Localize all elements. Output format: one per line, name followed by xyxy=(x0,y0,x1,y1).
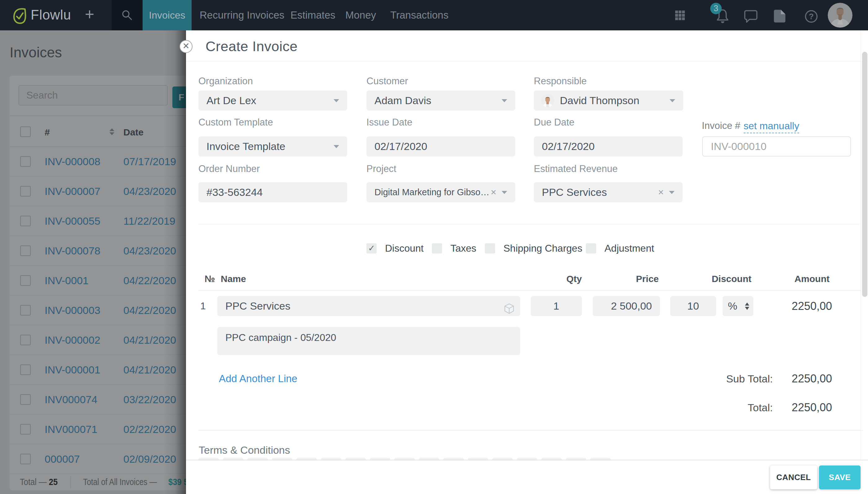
divider xyxy=(199,224,859,224)
save-button[interactable]: SAVE xyxy=(819,466,861,489)
row-checkbox[interactable] xyxy=(20,186,31,196)
discount-checkbox-label[interactable]: Discount xyxy=(385,243,424,253)
invoice-number-link[interactable]: INV-000003 xyxy=(45,295,100,325)
responsible-label: Responsible xyxy=(534,76,587,87)
taxes-checkbox-label[interactable]: Taxes xyxy=(450,243,476,253)
invoice-number-link[interactable]: INV-0001 xyxy=(45,266,89,295)
total-count-value: 25 xyxy=(49,477,58,487)
row-checkbox[interactable] xyxy=(20,156,31,167)
customer-select[interactable]: Adam Davis xyxy=(366,91,515,111)
invoice-number-link[interactable]: 000007 xyxy=(45,444,80,474)
row-checkbox[interactable] xyxy=(20,335,31,345)
close-icon[interactable]: ✕ xyxy=(180,40,192,53)
item-discount-input[interactable]: 10 xyxy=(670,296,716,316)
row-checkbox[interactable] xyxy=(20,394,31,405)
modal-title: Create Invoice xyxy=(206,38,298,55)
item-description-input[interactable]: PPC campaign - 05/2020 xyxy=(217,327,520,355)
row-checkbox[interactable] xyxy=(20,364,31,375)
nav-tab-invoices[interactable]: Invoices xyxy=(143,0,192,31)
apps-grid-icon[interactable] xyxy=(675,11,685,20)
shipping-charges-checkbox-label[interactable]: Shipping Charges xyxy=(504,243,582,253)
row-checkbox[interactable] xyxy=(20,275,31,286)
discount-unit-select[interactable]: % xyxy=(723,296,753,316)
organization-select[interactable]: Art De Lex xyxy=(199,91,347,111)
row-checkbox[interactable] xyxy=(20,424,31,435)
divider xyxy=(186,61,868,61)
sort-icon[interactable] xyxy=(109,128,114,135)
nav-tab-transactions[interactable]: Transactions xyxy=(390,0,449,31)
column-header-number[interactable]: # xyxy=(45,127,50,138)
nav-tab-recurring-invoices[interactable]: Recurring Invoices xyxy=(200,0,284,31)
user-avatar[interactable] xyxy=(828,3,852,27)
search-input[interactable]: Search xyxy=(19,85,168,106)
custom-template-select[interactable]: Invoice Template xyxy=(199,136,347,156)
estimated-revenue-select[interactable]: PPC Services ✕ xyxy=(534,182,683,202)
row-checkbox[interactable] xyxy=(20,305,31,316)
issue-date-label: Issue Date xyxy=(366,117,412,128)
row-checkbox[interactable] xyxy=(20,245,31,256)
invoice-number-link[interactable]: INV000074 xyxy=(45,385,97,414)
invoice-number-link[interactable]: INV-000001 xyxy=(45,355,100,385)
nav-tab-estimates[interactable]: Estimates xyxy=(290,0,335,31)
help-icon[interactable]: ? xyxy=(805,10,818,23)
product-cube-icon[interactable] xyxy=(504,301,515,321)
order-number-input[interactable]: #33-563244 xyxy=(199,182,347,202)
document-icon[interactable] xyxy=(773,9,786,23)
customer-label: Customer xyxy=(366,76,408,87)
divider xyxy=(70,476,71,488)
clear-icon[interactable]: ✕ xyxy=(658,182,664,202)
chevron-down-icon xyxy=(502,191,507,194)
divider xyxy=(199,430,863,431)
row-checkbox[interactable] xyxy=(20,454,31,464)
modal-shadow xyxy=(164,31,186,494)
issue-date-input[interactable]: 02/17/2020 xyxy=(366,136,515,156)
spinner-icon[interactable] xyxy=(745,303,749,310)
shipping-charges-checkbox[interactable] xyxy=(485,243,495,253)
nav-tab-money[interactable]: Money xyxy=(345,0,376,31)
invoice-number-link[interactable]: INV-000078 xyxy=(45,236,100,266)
clear-icon[interactable]: ✕ xyxy=(490,182,497,202)
adjustment-checkbox-label[interactable]: Adjustment xyxy=(604,243,654,253)
invoice-number-link[interactable]: INV-000007 xyxy=(45,176,100,206)
nav-search-button[interactable] xyxy=(112,0,143,31)
search-icon xyxy=(121,9,133,21)
invoice-number-link[interactable]: INV-000008 xyxy=(45,147,100,176)
item-name-input[interactable]: PPC Services xyxy=(217,296,520,316)
order-number-label: Order Number xyxy=(199,164,260,174)
invoice-number-link[interactable]: INV-000002 xyxy=(45,325,100,355)
chevron-down-icon xyxy=(334,99,339,102)
item-price-input[interactable]: 2 500,00 xyxy=(593,296,660,316)
create-new-button[interactable]: + xyxy=(80,0,99,31)
adjustment-checkbox[interactable] xyxy=(586,243,596,253)
column-header-date[interactable]: Date xyxy=(124,127,144,138)
responsible-avatar xyxy=(541,94,554,107)
divider xyxy=(861,31,861,460)
add-another-line-link[interactable]: Add Another Line xyxy=(219,371,297,386)
invoice-number-input[interactable]: INV-000010 xyxy=(702,136,851,156)
chat-icon[interactable] xyxy=(744,10,758,23)
item-qty-input[interactable]: 1 xyxy=(531,296,582,316)
items-header-number: № xyxy=(205,274,215,284)
select-all-checkbox[interactable] xyxy=(20,127,31,137)
estimated-revenue-label: Estimated Revenue xyxy=(534,164,618,174)
modal-footer: CANCEL SAVE xyxy=(186,460,868,494)
set-manually-link[interactable]: set manually xyxy=(744,120,799,133)
taxes-checkbox[interactable] xyxy=(432,243,442,253)
organization-label: Organization xyxy=(199,76,253,87)
divider xyxy=(199,290,861,290)
due-date-input[interactable]: 02/17/2020 xyxy=(534,136,683,156)
flowlu-logo-icon xyxy=(13,8,27,24)
cancel-button[interactable]: CANCEL xyxy=(770,466,817,489)
create-invoice-modal: ✕ Create Invoice Organization Customer R… xyxy=(186,31,868,494)
invoice-number-link[interactable]: INV-000055 xyxy=(45,206,100,236)
scrollbar[interactable] xyxy=(862,52,867,297)
discount-checkbox[interactable]: ✓ xyxy=(366,243,377,253)
subtotal-value: 2250,00 xyxy=(739,371,832,386)
chevron-down-icon xyxy=(334,145,339,148)
flowlu-logo-text[interactable]: Flowlu xyxy=(31,0,71,31)
project-select[interactable]: Digital Marketing for Gibso… ✕ xyxy=(366,182,515,202)
page-title: Invoices xyxy=(10,44,62,61)
row-checkbox[interactable] xyxy=(20,216,31,226)
responsible-select[interactable]: David Thompson xyxy=(534,91,683,111)
invoice-number-link[interactable]: INV000071 xyxy=(45,414,97,444)
